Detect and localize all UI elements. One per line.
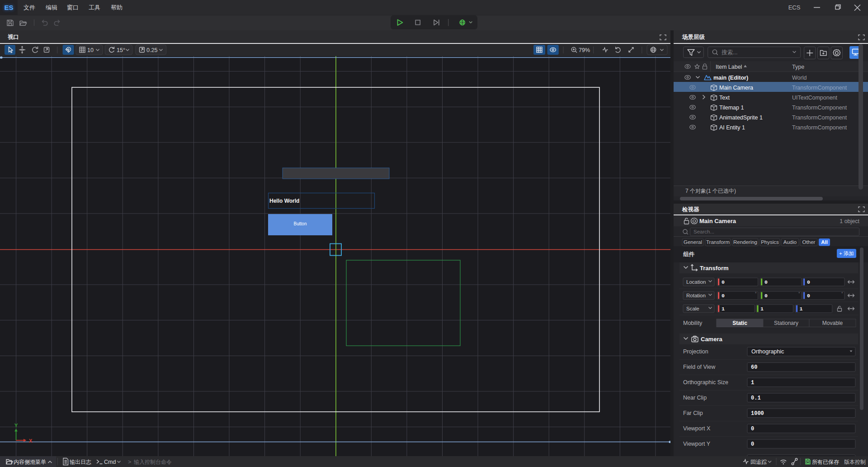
svg-text:Y: Y (14, 423, 18, 428)
svg-text:0.25: 0.25 (146, 47, 157, 53)
svg-text:°: ° (841, 291, 843, 296)
svg-text:Transform: Transform (700, 265, 729, 272)
svg-text:1000: 1000 (751, 410, 764, 417)
svg-text:0: 0 (807, 279, 810, 285)
svg-text:组件: 组件 (683, 251, 695, 257)
svg-text:TransformComponent: TransformComponent (792, 105, 847, 111)
svg-text:0: 0 (751, 426, 754, 432)
svg-text:TransformComponent: TransformComponent (792, 85, 847, 91)
svg-text:Type: Type (792, 64, 804, 70)
svg-text:79%: 79% (579, 47, 590, 53)
svg-text:Audio: Audio (783, 239, 797, 245)
svg-text:main (Editor): main (Editor) (713, 75, 748, 81)
svg-text:Near Clip: Near Clip (683, 395, 707, 401)
svg-text:TransformComponent: TransformComponent (792, 114, 847, 121)
svg-text:Item Label: Item Label (716, 64, 742, 70)
svg-text:0: 0 (764, 293, 768, 299)
svg-text:TransformComponent: TransformComponent (792, 124, 847, 131)
svg-text:Orthographic: Orthographic (751, 348, 784, 355)
svg-text:AnimatedSprite 1: AnimatedSprite 1 (719, 114, 763, 121)
svg-text:Other: Other (802, 239, 816, 245)
svg-text:Hello World: Hello World (269, 198, 299, 204)
svg-text:60: 60 (751, 364, 757, 371)
svg-text:Rotation: Rotation (686, 293, 706, 298)
svg-text:Transform: Transform (706, 239, 730, 245)
svg-text:Text: Text (719, 95, 730, 101)
svg-text:+ 添加: + 添加 (839, 251, 854, 256)
svg-text:Camera: Camera (701, 336, 722, 343)
svg-text:15°: 15° (117, 47, 125, 53)
svg-text:Static: Static (732, 320, 747, 326)
svg-text:1 object: 1 object (840, 218, 859, 224)
svg-text:输出日志: 输出日志 (70, 459, 91, 465)
svg-text:World: World (792, 75, 807, 81)
svg-text:Mobility: Mobility (683, 320, 703, 326)
svg-text:Stationary: Stationary (774, 320, 798, 326)
svg-text:Projection: Projection (683, 348, 708, 355)
svg-text:Viewport X: Viewport X (683, 425, 711, 432)
svg-text:UITextComponent: UITextComponent (792, 95, 838, 101)
svg-text:Search...: Search... (693, 229, 714, 234)
svg-text:0: 0 (722, 293, 725, 299)
svg-text:Rendering: Rendering (733, 239, 757, 245)
svg-text:°: ° (755, 291, 757, 296)
svg-text:1: 1 (722, 306, 725, 312)
svg-text:0: 0 (722, 279, 725, 285)
svg-text:搜索...: 搜索... (722, 49, 737, 56)
svg-text:General: General (684, 239, 702, 245)
svg-text:内容侧滑菜单: 内容侧滑菜单 (14, 459, 46, 465)
svg-text:回追踪: 回追踪 (750, 459, 767, 465)
svg-text:Main Camera: Main Camera (699, 218, 736, 224)
svg-text:Main Camera: Main Camera (719, 85, 753, 91)
svg-text:Far Clip: Far Clip (683, 410, 703, 416)
svg-text:10: 10 (87, 47, 94, 53)
svg-text:Button: Button (294, 221, 307, 226)
svg-text:版本控制: 版本控制 (844, 459, 866, 465)
svg-text:Tilemap 1: Tilemap 1 (719, 105, 744, 111)
svg-text:Location: Location (686, 279, 706, 285)
svg-text:Physics: Physics (761, 239, 779, 245)
svg-text:1: 1 (800, 306, 803, 312)
svg-text:1: 1 (751, 380, 754, 386)
svg-text:All: All (821, 239, 828, 245)
svg-text:X: X (29, 438, 33, 443)
svg-text:Orthographic Size: Orthographic Size (683, 379, 728, 386)
svg-text:所有已保存: 所有已保存 (812, 459, 839, 465)
svg-text:输入控制台命令: 输入控制台命令 (134, 459, 172, 465)
svg-text:0: 0 (751, 441, 754, 448)
svg-text:>: > (128, 459, 131, 465)
svg-text:Field of View: Field of View (683, 364, 716, 370)
svg-text:0: 0 (764, 279, 768, 285)
svg-text:1: 1 (760, 306, 764, 312)
svg-text:Movable: Movable (822, 320, 843, 326)
svg-text:Scale: Scale (686, 306, 699, 311)
svg-text:°: ° (798, 291, 800, 296)
svg-text:Cmd: Cmd (104, 459, 116, 465)
svg-text:Viewport Y: Viewport Y (683, 441, 711, 447)
svg-text:0: 0 (807, 293, 810, 299)
svg-text:0.1: 0.1 (751, 395, 761, 401)
svg-text:AI Entity 1: AI Entity 1 (719, 124, 745, 131)
